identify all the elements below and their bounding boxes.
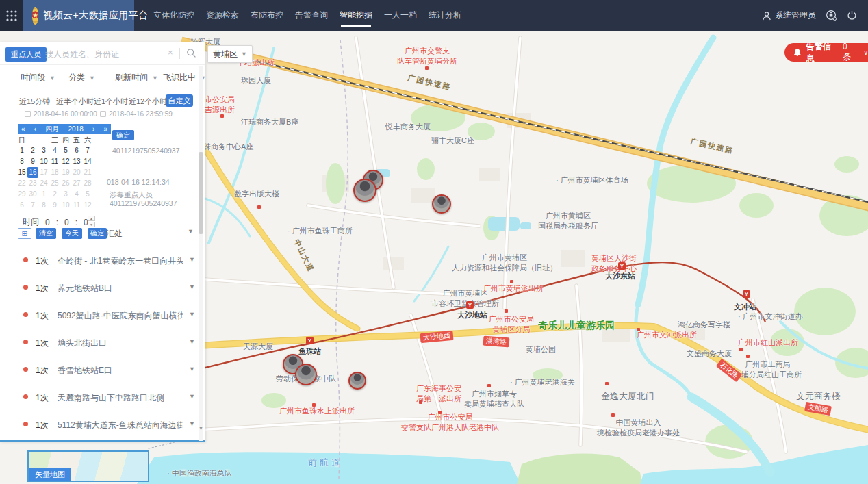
lock-settings-icon[interactable] <box>826 10 837 21</box>
calendar-day[interactable]: 27 <box>71 178 82 189</box>
person-capture-marker[interactable] <box>353 179 376 202</box>
calendar-confirm-button[interactable]: 确定 <box>112 130 134 140</box>
calendar-toggle-button[interactable]: ⊞ <box>18 228 31 239</box>
checkbox-icon[interactable] <box>100 111 106 117</box>
chevron-down-icon[interactable]: ▼ <box>189 420 195 427</box>
calendar-day[interactable]: 2 <box>27 145 38 156</box>
calendar-day[interactable]: 11 <box>71 200 82 211</box>
search-input[interactable]: 搜人员姓名、身份证 <box>45 49 119 60</box>
calendar-day[interactable]: 13 <box>71 156 82 167</box>
calendar-day[interactable]: 21 <box>82 167 93 178</box>
date-from[interactable]: 2018-04-16 00:00:00 <box>25 110 97 118</box>
chevron-down-icon[interactable]: ▼ <box>189 366 195 372</box>
calendar-day[interactable]: 5 <box>82 189 93 200</box>
filter-刷新时间[interactable]: 刷新时间▼ <box>115 72 158 84</box>
scrollbar-thumb[interactable] <box>199 152 203 234</box>
district-dropdown[interactable]: 黄埔区 ▼ <box>207 45 253 63</box>
filter-分类[interactable]: 分类▼ <box>68 72 95 84</box>
calendar-day[interactable]: 16 <box>27 167 38 178</box>
calendar-year[interactable]: 2018 <box>68 125 83 133</box>
person-capture-marker[interactable] <box>295 364 317 385</box>
time-hours[interactable]: 0 <box>45 218 50 227</box>
calendar-day[interactable]: 30 <box>27 189 38 200</box>
calendar-day[interactable]: 9 <box>27 156 38 167</box>
power-icon[interactable] <box>847 10 857 21</box>
next-month-icon[interactable]: › <box>92 125 94 133</box>
calendar-day[interactable]: 15 <box>16 167 27 178</box>
calendar-day[interactable]: 7 <box>27 200 38 211</box>
quick-range-0[interactable]: 近15分钟 <box>19 97 50 107</box>
calendar-day[interactable]: 8 <box>16 156 27 167</box>
list-item[interactable]: 1次5092蟹山路-中医院东南向蟹山横街▼ <box>0 301 197 329</box>
checkbox-icon[interactable] <box>25 111 31 117</box>
minimap-mode-label[interactable]: 矢量地图 <box>29 468 71 481</box>
calendar-day[interactable]: 19 <box>60 167 71 178</box>
clear-icon[interactable]: × <box>168 47 173 58</box>
calendar-day[interactable]: 26 <box>60 178 71 189</box>
time-minutes[interactable]: 0 <box>64 218 69 227</box>
search-icon[interactable] <box>186 48 196 58</box>
calendar-day[interactable]: 8 <box>38 200 49 211</box>
date-to[interactable]: 2018-04-16 23:59:59 <box>100 110 173 118</box>
nav-item-资源检索[interactable]: 资源检索 <box>206 0 239 31</box>
prev-year-icon[interactable]: « <box>21 125 25 133</box>
calendar-day[interactable]: 11 <box>49 156 60 167</box>
calendar-day[interactable]: 1 <box>16 145 27 156</box>
step-down-icon[interactable]: ▼ <box>88 222 95 227</box>
list-item[interactable]: 1次天麓南路与山下中路路口北侧▼ <box>0 383 197 411</box>
calendar-day[interactable]: 23 <box>27 178 38 189</box>
calendar-day[interactable]: 7 <box>82 145 93 156</box>
scrollbar-track[interactable] <box>199 66 203 441</box>
calendar-day[interactable]: 17 <box>38 167 49 178</box>
calendar-day[interactable]: 9 <box>49 200 60 211</box>
filter-时间段[interactable]: 时间段▼ <box>21 72 55 84</box>
calendar-day[interactable]: 24 <box>38 178 49 189</box>
today-button[interactable]: 今天 <box>62 228 82 239</box>
alarm-info-pill[interactable]: 告警信息 0 条 ∨ <box>784 43 868 62</box>
calendar-day[interactable]: 2 <box>49 189 60 200</box>
person-capture-marker[interactable] <box>348 372 366 390</box>
calendar-day[interactable]: 3 <box>60 189 71 200</box>
chevron-down-icon[interactable]: ▼ <box>189 256 195 263</box>
nav-item-统计分析[interactable]: 统计分析 <box>429 0 461 31</box>
list-item[interactable]: 1次企岭街 - 北1巷秦岭东一巷口向井头▼ <box>0 246 197 274</box>
list-item[interactable]: 1次5112黄埔大道东-鱼珠总站向海边街（全）▼ <box>0 411 197 438</box>
scrollbar-arrow-icon[interactable]: ▼ <box>199 426 203 431</box>
chevron-down-icon[interactable]: ▼ <box>188 228 194 235</box>
calendar-day[interactable]: 14 <box>82 156 93 167</box>
calendar-day[interactable]: 22 <box>16 178 27 189</box>
person-capture-marker[interactable] <box>432 194 451 214</box>
calendar-day[interactable]: 25 <box>49 178 60 189</box>
calendar-day[interactable]: 10 <box>38 156 49 167</box>
calendar-day[interactable]: 4 <box>71 189 82 200</box>
calendar-day[interactable]: 3 <box>38 145 49 156</box>
calendar-day[interactable]: 28 <box>82 178 93 189</box>
user-menu[interactable]: 系统管理员 <box>762 10 816 21</box>
custom-range-button[interactable]: 自定义 <box>166 94 193 107</box>
list-item[interactable]: 1次塘头北街出口▼ <box>0 329 197 356</box>
prev-month-icon[interactable]: ‹ <box>34 125 36 133</box>
list-item[interactable]: 1次香雪地铁站E口▼ <box>0 356 197 383</box>
calendar-day[interactable]: 20 <box>71 167 82 178</box>
calendar-day[interactable]: 29 <box>16 189 27 200</box>
calendar-day[interactable]: 10 <box>60 200 71 211</box>
next-year-icon[interactable]: » <box>103 125 107 133</box>
clear-button[interactable]: 清空 <box>36 228 56 239</box>
nav-item-布防布控[interactable]: 布防布控 <box>251 0 283 31</box>
list-item[interactable]: 1次苏元地铁站B口▼ <box>0 274 197 301</box>
calendar-day[interactable]: 18 <box>49 167 60 178</box>
apps-grid-icon[interactable] <box>0 0 23 31</box>
quick-range-1[interactable]: 近半个小时 <box>56 97 94 107</box>
key-person-tag[interactable]: 重点人员 <box>5 47 47 62</box>
chevron-down-icon[interactable]: ▼ <box>189 393 195 400</box>
nav-item-立体化防控[interactable]: 立体化防控 <box>153 0 194 31</box>
calendar-day[interactable]: 12 <box>82 200 93 211</box>
quick-range-2[interactable]: 近1个小时 <box>94 97 128 107</box>
calendar-day[interactable]: 6 <box>71 145 82 156</box>
calendar-day[interactable]: 1 <box>38 189 49 200</box>
nav-item-一人一档[interactable]: 一人一档 <box>384 0 417 31</box>
calendar-day[interactable]: 6 <box>16 200 27 211</box>
calendar-day[interactable]: 12 <box>60 156 71 167</box>
step-up-icon[interactable]: ▲ <box>88 216 95 221</box>
nav-item-告警查询[interactable]: 告警查询 <box>295 0 328 31</box>
